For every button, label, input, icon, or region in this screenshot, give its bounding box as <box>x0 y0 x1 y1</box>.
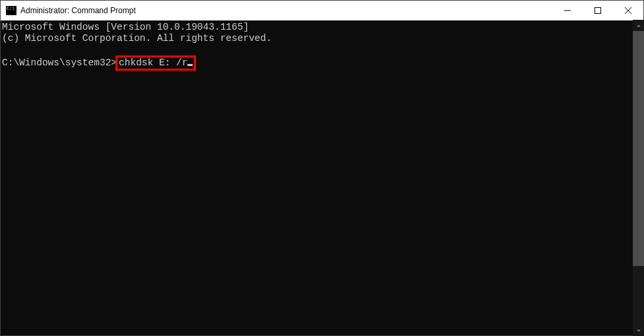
close-button[interactable] <box>613 1 643 20</box>
command-prompt-window: Administrator: Command Prompt Microsoft … <box>0 0 644 336</box>
window-controls <box>552 1 643 20</box>
scroll-track[interactable] <box>633 31 644 325</box>
maximize-button[interactable] <box>583 1 613 20</box>
command-highlight: chkdsk E: /r <box>115 55 196 71</box>
prompt-line: C:\Windows\system32>chkdsk E: /r <box>2 55 642 71</box>
terminal-output[interactable]: Microsoft Windows [Version 10.0.19043.11… <box>1 20 643 335</box>
scroll-up-button[interactable] <box>633 20 644 31</box>
maximize-icon <box>595 7 601 14</box>
minimize-button[interactable] <box>552 1 583 20</box>
prompt-path: C:\Windows\system32> <box>2 57 117 68</box>
window-title: Administrator: Command Prompt <box>20 6 136 15</box>
scroll-down-button[interactable] <box>633 325 644 336</box>
copyright-line: (c) Microsoft Corporation. All rights re… <box>2 33 642 44</box>
chevron-down-icon <box>636 328 641 333</box>
svg-rect-1 <box>595 8 601 14</box>
command-text: chkdsk E: /r <box>119 57 187 68</box>
scroll-thumb[interactable] <box>633 31 644 266</box>
cmd-icon <box>6 6 16 15</box>
version-line: Microsoft Windows [Version 10.0.19043.11… <box>2 22 642 33</box>
vertical-scrollbar[interactable] <box>633 20 644 336</box>
chevron-up-icon <box>636 23 641 28</box>
text-cursor <box>187 64 193 66</box>
blank-line <box>2 44 642 55</box>
close-icon <box>625 7 631 14</box>
minimize-icon <box>564 7 571 14</box>
titlebar[interactable]: Administrator: Command Prompt <box>1 1 643 20</box>
